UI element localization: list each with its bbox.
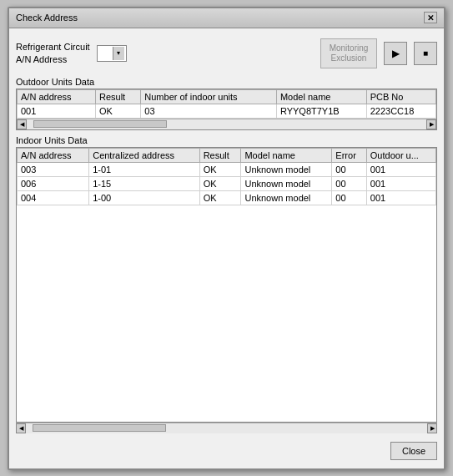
- outdoor-section-label: Outdoor Units Data: [16, 77, 437, 87]
- indoor-scroll-thumb: [33, 424, 166, 432]
- monitoring-exclusion-button: Monitoring Exclusion: [320, 38, 377, 68]
- refrigerant-label: Refrigerant Circuit A/N Address: [16, 41, 90, 65]
- indoor-scroll-right-icon[interactable]: ▶: [427, 423, 437, 433]
- indoor-col-model: Model name: [241, 148, 332, 162]
- outdoor-header-row: A/N address Result Number of indoor unit…: [18, 89, 436, 104]
- close-button[interactable]: Close: [390, 442, 437, 460]
- outdoor-table: A/N address Result Number of indoor unit…: [17, 89, 436, 119]
- table-row: 0061-15OKUnknown model00001: [18, 176, 436, 190]
- outdoor-col-an: A/N address: [18, 89, 96, 104]
- check-address-window: Check Address ✕ Refrigerant Circuit A/N …: [8, 7, 445, 470]
- outdoor-horizontal-scrollbar[interactable]: ◀ ▶: [17, 119, 436, 129]
- window-title: Check Address: [16, 13, 78, 23]
- indoor-header-row: A/N address Centralized address Result M…: [18, 148, 436, 162]
- table-row: 0031-01OKUnknown model00001: [18, 162, 436, 176]
- refrigerant-dropdown[interactable]: ▾: [97, 45, 127, 62]
- outdoor-scroll-right-icon[interactable]: ▶: [426, 119, 436, 129]
- stop-button[interactable]: ■: [414, 42, 437, 65]
- title-bar: Check Address ✕: [9, 8, 444, 28]
- table-row: 001OK03RYYQ8T7Y1B2223CC18: [18, 104, 436, 118]
- indoor-table-wrapper: A/N address Centralized address Result M…: [16, 147, 437, 423]
- outdoor-col-pcb: PCB No: [366, 89, 435, 104]
- indoor-col-error: Error: [332, 148, 366, 162]
- monitoring-btn-label: Monitoring Exclusion: [323, 43, 375, 63]
- indoor-col-centralized: Centralized address: [89, 148, 199, 162]
- outdoor-scroll-thumb: [33, 120, 167, 128]
- window-close-button[interactable]: ✕: [424, 12, 437, 23]
- bottom-bar: Close: [16, 438, 437, 462]
- indoor-col-result: Result: [199, 148, 241, 162]
- indoor-col-outdoor: Outdoor u...: [366, 148, 435, 162]
- outdoor-section: Outdoor Units Data A/N address Result Nu…: [16, 77, 437, 130]
- outdoor-col-indoor-count: Number of indoor units: [141, 89, 277, 104]
- stop-icon: ■: [423, 48, 428, 58]
- play-icon: ▶: [392, 48, 400, 59]
- top-bar: Refrigerant Circuit A/N Address ▾ Monito…: [16, 35, 437, 72]
- outdoor-col-model: Model name: [276, 89, 366, 104]
- outdoor-table-wrapper: A/N address Result Number of indoor unit…: [16, 89, 437, 130]
- window-content: Refrigerant Circuit A/N Address ▾ Monito…: [9, 28, 444, 468]
- indoor-section: Indoor Units Data A/N address Centralize…: [16, 135, 437, 433]
- outdoor-scroll-left-icon[interactable]: ◀: [17, 119, 27, 129]
- close-icon: ✕: [427, 13, 434, 23]
- indoor-section-label: Indoor Units Data: [16, 135, 437, 145]
- indoor-horizontal-scrollbar[interactable]: ◀ ▶: [16, 423, 437, 433]
- indoor-col-an: A/N address: [18, 148, 89, 162]
- outdoor-scroll-track: [27, 119, 426, 129]
- indoor-scroll-track: [26, 423, 427, 433]
- dropdown-arrow-icon[interactable]: ▾: [113, 47, 124, 60]
- play-button[interactable]: ▶: [384, 42, 407, 65]
- table-row: 0041-00OKUnknown model00001: [18, 190, 436, 205]
- indoor-scroll-left-icon[interactable]: ◀: [16, 423, 26, 433]
- indoor-table: A/N address Centralized address Result M…: [17, 148, 436, 205]
- outdoor-col-result: Result: [95, 89, 140, 104]
